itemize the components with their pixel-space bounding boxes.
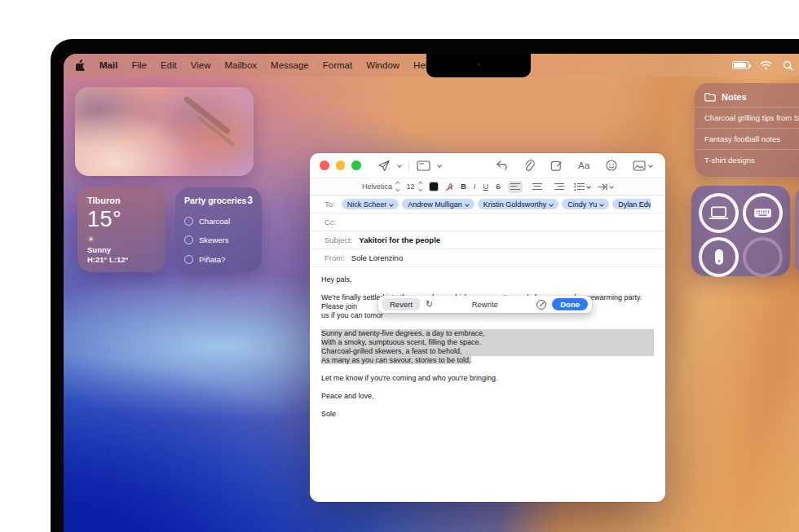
close-button[interactable]: [320, 160, 329, 170]
notes-title: Notes: [722, 92, 747, 102]
divider: [408, 160, 409, 171]
note-item[interactable]: T-shirt designs: [695, 149, 799, 170]
send-options-chevron-icon[interactable]: [397, 163, 402, 168]
recipient-pill[interactable]: Kristin Goldsworthy: [478, 199, 559, 209]
menu-item-edit[interactable]: Edit: [161, 60, 177, 70]
font-size-select[interactable]: 12: [407, 182, 422, 191]
menu-item-window[interactable]: Window: [366, 60, 400, 70]
indent-button[interactable]: [598, 183, 613, 191]
align-left-button[interactable]: [508, 181, 523, 193]
devices-battery-widget[interactable]: [691, 186, 790, 276]
from-field-row[interactable]: From: Sole Lorenzino: [310, 249, 665, 267]
menu-item-file[interactable]: File: [131, 60, 147, 70]
menu-item-view[interactable]: View: [191, 60, 211, 70]
from-label: From:: [324, 253, 345, 262]
recipient-pill[interactable]: Andrew Mulligan: [402, 199, 475, 209]
weather-widget[interactable]: Tiburon 15° ☀ Sunny H:21° L:12°: [77, 187, 166, 272]
chevron-down-icon[interactable]: [465, 202, 470, 207]
photo-abstract-shape: [183, 95, 231, 135]
subject-field-row[interactable]: Subject: Yakitori for the people: [310, 231, 665, 249]
body-signature: Sole: [321, 410, 654, 419]
attachment-paperclip-icon[interactable]: [523, 160, 535, 172]
compose-pen-icon[interactable]: [536, 300, 546, 310]
reminders-widget[interactable]: Party groceries 3 Charcoal Skewers Piñat…: [175, 187, 262, 272]
apple-menu-icon[interactable]: [76, 59, 86, 71]
menu-item-message[interactable]: Message: [271, 60, 309, 70]
menu-item-format[interactable]: Format: [323, 60, 352, 70]
window-titlebar[interactable]: Aa: [310, 153, 665, 178]
menu-status-cluster: [732, 54, 793, 77]
photo-browser-icon[interactable]: [633, 160, 646, 171]
recipient-pill[interactable]: Nick Scheer: [342, 199, 400, 209]
chevron-down-icon[interactable]: [599, 202, 604, 207]
send-icon[interactable]: [377, 160, 391, 172]
photos-widget[interactable]: [75, 87, 254, 176]
selected-poem-text: Sunny and twenty-five degrees, a day to …: [321, 329, 654, 356]
message-body[interactable]: Hey pals, We're finally settled into the…: [310, 267, 665, 436]
chevron-down-icon[interactable]: [389, 202, 394, 207]
font-family-select[interactable]: Helvetica: [362, 182, 400, 191]
italic-button[interactable]: I: [474, 182, 476, 191]
cc-field-row[interactable]: Cc:: [310, 213, 665, 231]
reminder-label: Piñata?: [199, 255, 225, 264]
display-notch: [426, 54, 531, 77]
battery-icon[interactable]: [732, 61, 749, 69]
bold-button[interactable]: B: [461, 182, 466, 191]
reminder-item[interactable]: Piñata?: [184, 255, 253, 264]
header-fields-icon[interactable]: [417, 160, 430, 171]
text-color-swatch[interactable]: [429, 182, 439, 191]
list-style-button[interactable]: [574, 183, 590, 191]
keyboard-battery-ring[interactable]: [743, 193, 783, 233]
subject-value: Yakitori for the people: [359, 235, 440, 244]
menu-item-mail[interactable]: Mail: [99, 60, 117, 70]
weather-high-low: H:21° L:12°: [87, 255, 156, 264]
format-toolbar: Helvetica 12 A B I U S: [310, 178, 665, 196]
notes-widget[interactable]: Notes Charcoal grilling tips from Sh Fan…: [695, 83, 799, 177]
photo-browser-chevron-icon[interactable]: [648, 163, 653, 168]
to-label: To:: [324, 200, 335, 209]
wifi-icon[interactable]: [760, 60, 772, 70]
checkbox-circle-icon[interactable]: [184, 217, 193, 226]
revert-button[interactable]: Revert: [382, 298, 420, 310]
underline-button[interactable]: U: [483, 182, 488, 191]
weather-condition: Sunny: [87, 245, 156, 254]
header-fields-chevron-icon[interactable]: [437, 163, 442, 168]
sun-icon: ☀: [87, 235, 156, 244]
clipped-widget[interactable]: [795, 186, 799, 276]
highlight-color-icon[interactable]: A: [446, 182, 453, 191]
align-right-button[interactable]: [552, 181, 567, 193]
mouse-battery-ring[interactable]: [699, 237, 739, 277]
mail-compose-window: Aa Helvetica: [310, 153, 665, 502]
rewrite-again-icon[interactable]: ↻: [426, 300, 433, 309]
weather-temperature: 15°: [87, 207, 156, 232]
minimize-button[interactable]: [336, 160, 346, 170]
chevron-down-icon[interactable]: [549, 202, 554, 207]
zoom-button[interactable]: [351, 160, 361, 170]
checkbox-circle-icon[interactable]: [184, 255, 193, 264]
stepper-icon[interactable]: [396, 182, 400, 191]
search-icon[interactable]: [783, 60, 793, 71]
checkbox-circle-icon[interactable]: [184, 235, 193, 244]
rewrite-toolbar: Revert ↻ Rewrite Done: [378, 296, 592, 313]
menu-item-mailbox[interactable]: Mailbox: [224, 60, 257, 70]
done-button[interactable]: Done: [552, 298, 588, 310]
fonts-icon[interactable]: Aa: [578, 160, 590, 170]
markup-icon[interactable]: [550, 160, 563, 171]
note-item[interactable]: Charcoal grilling tips from Sh: [695, 107, 799, 128]
reminder-item[interactable]: Skewers: [184, 235, 253, 244]
strikethrough-button[interactable]: S: [496, 182, 501, 191]
laptop-battery-ring[interactable]: [699, 193, 739, 233]
recipient-pill[interactable]: Cindy Yu: [562, 199, 609, 209]
laptop-icon: [709, 205, 729, 221]
recipient-pill[interactable]: Dylan Edwards: [612, 199, 651, 209]
undo-icon[interactable]: [496, 160, 508, 171]
stepper-icon[interactable]: [419, 182, 422, 191]
cc-label: Cc:: [324, 218, 336, 226]
emoji-icon[interactable]: [606, 160, 617, 171]
align-center-button[interactable]: [530, 181, 545, 193]
macbook-bezel: Mail File Edit View Mailbox Message Form…: [51, 39, 799, 532]
note-item[interactable]: Fantasy football notes: [695, 128, 799, 149]
to-field-row[interactable]: To: Nick Scheer Andrew Mulligan Kristin …: [310, 196, 665, 213]
folder-icon: [704, 92, 716, 102]
reminder-item[interactable]: Charcoal: [184, 217, 253, 226]
